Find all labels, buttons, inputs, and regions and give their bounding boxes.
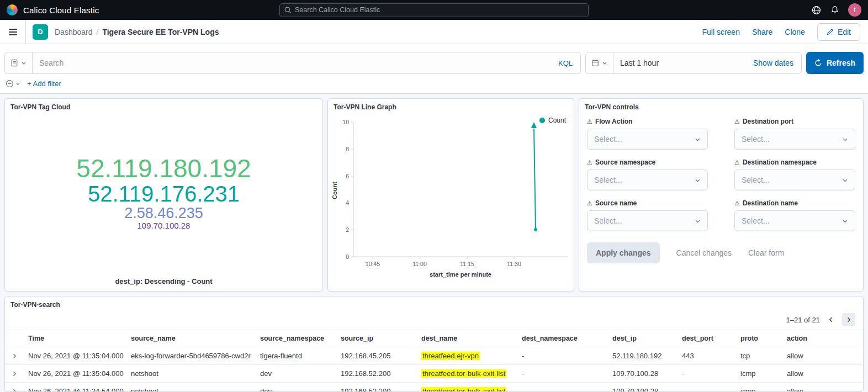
chevron-down-icon <box>842 218 848 224</box>
chevron-down-icon <box>695 136 701 142</box>
table-header-row: Time source_name source_namespace source… <box>5 330 863 347</box>
cell-source-namespace: dev <box>256 387 336 392</box>
edit-button[interactable]: Edit <box>817 23 860 41</box>
chevron-right-icon <box>11 370 18 377</box>
flow-action-select[interactable]: Select... <box>587 129 708 150</box>
svg-text:10:45: 10:45 <box>366 261 380 267</box>
chevron-down-icon <box>842 177 848 183</box>
saved-query-menu-button[interactable] <box>5 52 33 73</box>
query-language-button[interactable]: KQL <box>558 59 580 67</box>
clear-form-button[interactable]: Clear form <box>748 248 784 257</box>
cell-dest-namespace: - <box>517 387 608 392</box>
tag-1[interactable]: 52.119.176.231 <box>88 182 240 205</box>
menu-button[interactable] <box>0 20 26 44</box>
cell-dest-name: threatfeed.tor-bulk-exit-list <box>417 387 517 392</box>
cancel-changes-button[interactable]: Cancel changes <box>676 248 732 257</box>
svg-text:11:30: 11:30 <box>507 261 521 267</box>
svg-text:0: 0 <box>346 253 349 260</box>
column-header-source-name: source_name <box>126 330 256 347</box>
help-icon[interactable] <box>812 6 821 15</box>
destination-name-select[interactable]: Select... <box>734 210 855 231</box>
warning-icon: ⚠ <box>734 159 740 166</box>
show-dates-button[interactable]: Show dates <box>753 59 801 67</box>
cell-dest-ip: 52.119.180.192 <box>608 352 678 360</box>
breadcrumb: Dashboard / Tigera Secure EE Tor-VPN Log… <box>55 28 219 36</box>
tag-3[interactable]: 109.70.100.28 <box>137 221 190 230</box>
share-link[interactable]: Share <box>752 28 772 36</box>
cell-proto: icmp <box>736 369 782 378</box>
elastic-logo-icon[interactable] <box>7 4 18 15</box>
column-header-source-namespace: source_namespace <box>256 330 336 347</box>
chevron-down-icon <box>842 136 848 142</box>
kql-query-bar: KQL <box>4 52 581 74</box>
tag-2[interactable]: 2.58.46.235 <box>124 205 203 221</box>
query-row: KQL Last 1 hour Show dates Refresh <box>4 52 864 74</box>
circle-minus-icon <box>6 80 14 88</box>
cell-proto: tcp <box>736 352 782 360</box>
cell-action: allow <box>782 369 863 378</box>
chevron-right-icon <box>11 353 18 359</box>
expand-row-button[interactable] <box>9 370 19 377</box>
panel-title: Tor-VPN Tag Cloud <box>5 99 322 115</box>
global-search-input[interactable] <box>295 6 584 14</box>
expand-row-button[interactable] <box>9 388 19 392</box>
panel-title: Tor-VPN-search <box>5 296 863 313</box>
field-label: Source namespace <box>595 158 655 166</box>
svg-text:4: 4 <box>346 199 349 206</box>
global-topbar: Calico Cloud Elastic t <box>0 0 868 20</box>
date-picker: Last 1 hour Show dates <box>585 52 802 74</box>
chevron-down-icon <box>15 81 20 86</box>
navbar: D Dashboard / Tigera Secure EE Tor-VPN L… <box>0 20 868 44</box>
time-range-value[interactable]: Last 1 hour <box>613 59 665 67</box>
tag-cloud-caption: dest_ip: Descending - Count <box>5 277 322 285</box>
user-avatar[interactable]: t <box>848 3 861 17</box>
source-namespace-select[interactable]: Select... <box>587 169 708 190</box>
filter-set-menu-button[interactable] <box>6 80 20 88</box>
cell-dest-namespace: - <box>517 369 608 378</box>
field-label: Flow Action <box>595 118 633 125</box>
clone-link[interactable]: Clone <box>785 28 805 36</box>
column-header-proto: proto <box>736 330 782 347</box>
topbar-actions: t <box>812 3 861 17</box>
panel-search-table: Tor-VPN-search 1–21 of 21 Time source_na… <box>4 296 864 392</box>
breadcrumb-dashboard[interactable]: Dashboard <box>55 28 93 36</box>
add-filter-button[interactable]: + Add filter <box>27 80 61 88</box>
cell-source-ip: 192.168.52.200 <box>336 369 417 378</box>
refresh-button-label: Refresh <box>827 59 855 67</box>
panel-title: Tor-VPN controls <box>579 99 863 115</box>
panel-line-graph: Tor-VPN Line Graph Count 0 2 4 6 <box>327 98 574 292</box>
column-header-dest-namespace: dest_namespace <box>517 330 608 347</box>
search-input[interactable] <box>33 52 558 73</box>
full-screen-link[interactable]: Full screen <box>702 28 739 36</box>
pagination-label: 1–21 of 21 <box>786 316 820 324</box>
warning-icon: ⚠ <box>587 159 592 166</box>
apply-changes-button[interactable]: Apply changes <box>587 242 660 263</box>
expand-row-button[interactable] <box>9 353 19 359</box>
destination-namespace-select[interactable]: Select... <box>734 169 855 190</box>
cell-dest-name: threatfeed.tor-bulk-exit-list <box>417 369 517 378</box>
source-name-select[interactable]: Select... <box>587 210 708 231</box>
alerts-icon[interactable] <box>830 6 839 15</box>
dashboard-area: Tor-VPN Tag Cloud 52.119.180.192 52.119.… <box>0 94 868 392</box>
global-search[interactable] <box>279 3 589 17</box>
chevron-right-icon <box>11 388 18 392</box>
warning-icon: ⚠ <box>734 200 740 207</box>
column-header-dest-name: dest_name <box>417 330 517 347</box>
destination-port-select[interactable]: Select... <box>734 129 855 150</box>
chevron-down-icon <box>602 60 607 66</box>
previous-page-button[interactable] <box>824 313 838 326</box>
tag-0[interactable]: 52.119.180.192 <box>76 155 251 182</box>
cell-source-name: eks-log-forwarder-5bd4659786-cwd2r <box>126 352 256 360</box>
quick-select-menu-button[interactable] <box>586 52 613 73</box>
cell-action: allow <box>782 352 863 360</box>
page-title: Tigera Secure EE Tor-VPN Logs <box>102 28 219 36</box>
refresh-button[interactable]: Refresh <box>806 52 864 74</box>
cell-source-namespace: tigera-fluentd <box>256 352 336 360</box>
edit-button-label: Edit <box>838 28 851 36</box>
next-page-button[interactable] <box>842 313 855 326</box>
chevron-down-icon <box>21 60 27 66</box>
controls-form: ⚠Flow Action Select... ⚠Destination port… <box>579 115 863 231</box>
tag-cloud: 52.119.180.192 52.119.176.231 2.58.46.23… <box>5 120 322 266</box>
column-header-dest-port: dest_port <box>678 330 736 347</box>
filter-bar: + Add filter <box>4 80 864 88</box>
